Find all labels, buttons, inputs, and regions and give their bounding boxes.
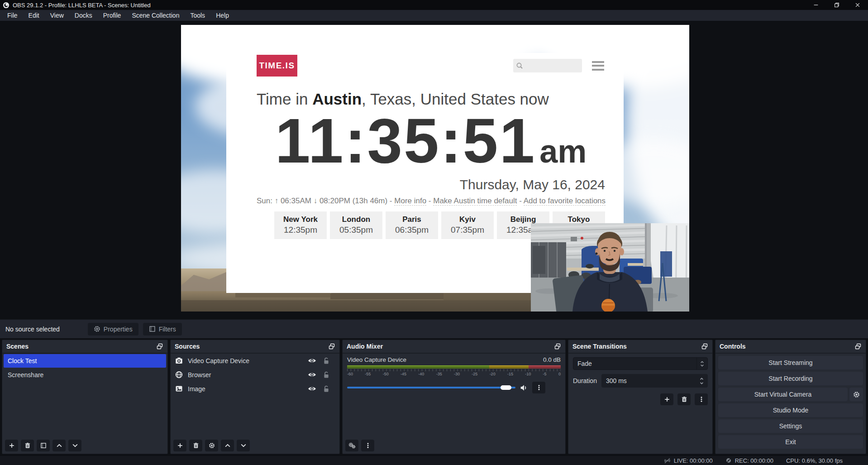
chevron-down-icon: [700, 364, 704, 367]
gear-icon: [94, 326, 100, 332]
source-toolbar: No source selected Properties Filters: [0, 319, 868, 338]
unlock-icon[interactable]: [323, 371, 329, 379]
transition-select[interactable]: Fade: [573, 357, 708, 370]
scenes-header[interactable]: Scenes: [2, 340, 167, 354]
search-icon: [516, 62, 523, 69]
city-cell: Paris06:35pm: [386, 211, 438, 239]
virtual-camera-config-button[interactable]: [849, 388, 863, 401]
source-up-button[interactable]: [221, 440, 234, 451]
studio-mode-button[interactable]: Studio Mode: [718, 403, 863, 417]
menu-item-edit[interactable]: Edit: [23, 11, 45, 20]
make-default-link: Make Austin time default: [433, 197, 517, 206]
advanced-audio-icon: [348, 442, 356, 449]
menu-item-tools[interactable]: Tools: [185, 11, 210, 20]
settings-button[interactable]: Settings: [718, 419, 863, 433]
gear-icon: [853, 391, 860, 398]
titlebar[interactable]: OBS 29.1.2 - Profile: LLHLS BETA - Scene…: [0, 0, 868, 10]
add-source-button[interactable]: [173, 440, 186, 451]
live-status: LIVE: 00:00:00: [664, 457, 713, 464]
visibility-eye-icon[interactable]: [308, 386, 316, 392]
close-icon: [854, 2, 861, 8]
plus-icon: [9, 442, 15, 449]
trash-icon: [193, 442, 199, 449]
preview-canvas[interactable]: TIME.IS Time in Austin, Texas, United St…: [181, 25, 689, 312]
transitions-header[interactable]: Scene Transitions: [568, 340, 712, 354]
search-box: [513, 59, 582, 72]
menu-item-scene-collection[interactable]: Scene Collection: [126, 11, 185, 20]
duration-spinbox[interactable]: 300 ms: [601, 374, 708, 388]
filters-icon: [149, 326, 156, 332]
clock-display: 11:35:51am: [257, 109, 605, 173]
volume-meter: [347, 365, 561, 369]
filters-button[interactable]: Filters: [143, 323, 182, 336]
source-properties-button[interactable]: [205, 440, 218, 451]
exit-button[interactable]: Exit: [718, 435, 863, 449]
volume-slider-handle[interactable]: [501, 385, 511, 390]
close-button[interactable]: [847, 0, 868, 10]
globe-icon: [175, 371, 183, 379]
start-streaming-button[interactable]: Start Streaming: [718, 356, 863, 369]
plus-icon: [664, 396, 670, 403]
window-title: OBS 29.1.2 - Profile: LLHLS BETA - Scene…: [13, 2, 151, 9]
menu-item-help[interactable]: Help: [210, 11, 234, 20]
minimize-button[interactable]: [806, 0, 826, 10]
menu-item-profile[interactable]: Profile: [98, 11, 127, 20]
visibility-eye-icon[interactable]: [308, 358, 316, 364]
trash-icon: [681, 396, 687, 403]
menu-item-file[interactable]: File: [2, 11, 23, 20]
scene-item-clock-test[interactable]: Clock Test: [4, 354, 166, 368]
properties-button[interactable]: Properties: [88, 323, 138, 336]
popout-icon[interactable]: [701, 343, 708, 350]
chevron-down-icon: [699, 382, 704, 385]
remove-source-button[interactable]: [189, 440, 202, 451]
sources-title: Sources: [175, 343, 200, 350]
add-scene-button[interactable]: [5, 440, 18, 451]
visibility-eye-icon[interactable]: [308, 372, 316, 378]
transitions-panel: Scene Transitions Fade Duration 300 ms: [568, 340, 713, 454]
sources-header[interactable]: Sources: [171, 340, 339, 354]
chevron-up-icon: [700, 360, 704, 364]
transitions-title: Scene Transitions: [572, 343, 627, 350]
mixer-menu-button[interactable]: [361, 440, 374, 451]
menu-item-view[interactable]: View: [45, 11, 69, 20]
remove-transition-button[interactable]: [677, 393, 691, 405]
cloud: [627, 25, 689, 242]
chevron-up-icon: [56, 442, 62, 449]
add-transition-button[interactable]: [660, 393, 673, 405]
scene-up-button[interactable]: [52, 440, 66, 451]
advanced-audio-button[interactable]: [345, 440, 358, 451]
source-down-button[interactable]: [237, 440, 250, 451]
popout-icon[interactable]: [854, 343, 862, 350]
rec-icon: [725, 457, 732, 464]
unlock-icon[interactable]: [323, 385, 329, 393]
chevron-up-icon: [224, 442, 231, 449]
source-row-browser[interactable]: Browser: [171, 368, 339, 382]
scene-item-screenshare[interactable]: Screenshare: [4, 368, 166, 382]
preview-area: TIME.IS Time in Austin, Texas, United St…: [0, 21, 868, 319]
source-row-image[interactable]: Image: [171, 382, 339, 396]
menu-item-docks[interactable]: Docks: [69, 11, 98, 20]
unlock-icon[interactable]: [323, 357, 329, 364]
more-info-link: More info: [394, 197, 426, 206]
webcam-source[interactable]: [531, 223, 689, 312]
start-virtual-camera-button[interactable]: Start Virtual Camera: [718, 388, 848, 401]
remove-scene-button[interactable]: [21, 440, 34, 451]
start-recording-button[interactable]: Start Recording: [718, 372, 863, 385]
kebab-menu-icon: [365, 442, 371, 449]
speaker-icon[interactable]: [520, 384, 528, 392]
trash-icon: [24, 442, 31, 449]
controls-header[interactable]: Controls: [715, 340, 866, 354]
mixer-channel-menu-button[interactable]: [532, 382, 545, 393]
source-row-video-capture[interactable]: Video Capture Device: [171, 354, 339, 368]
restore-button[interactable]: [826, 0, 847, 10]
clock-time: 11:35:51: [275, 105, 536, 176]
transition-menu-button[interactable]: [695, 393, 708, 405]
scene-down-button[interactable]: [68, 440, 81, 451]
audio-mixer-header[interactable]: Audio Mixer: [343, 340, 565, 354]
popout-icon[interactable]: [328, 343, 335, 350]
volume-slider[interactable]: [347, 387, 515, 388]
scene-filters-button[interactable]: [37, 440, 50, 451]
popout-icon[interactable]: [156, 343, 163, 350]
cpu-status: CPU: 0.6%, 30.00 fps: [786, 457, 843, 464]
popout-icon[interactable]: [554, 343, 561, 350]
